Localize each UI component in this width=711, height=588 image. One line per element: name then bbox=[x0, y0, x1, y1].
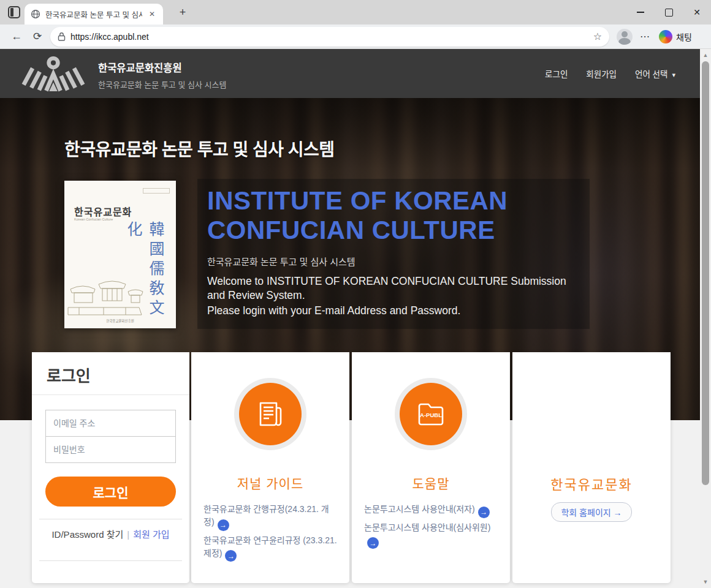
login-links-row: ID/Password 찾기|회원 가입 bbox=[32, 519, 189, 548]
cover-kr-title: 한국유교문화 bbox=[74, 204, 132, 219]
hero-text-panel: INSTITUTE OF KOREAN CONFUCIAN CULTURE 한국… bbox=[197, 179, 590, 329]
tab-close-icon[interactable] bbox=[147, 9, 157, 19]
nav-login[interactable]: 로그인 bbox=[545, 67, 568, 80]
svg-text:A-PUBL: A-PUBL bbox=[420, 412, 442, 418]
address-bar[interactable]: https://ikcc.apubl.net bbox=[50, 27, 609, 47]
page-viewport: 한국유교문화진흥원 한국유교문화 논문 투고 및 심사 시스템 로그인 회원가입… bbox=[0, 49, 711, 588]
help-card: A-PUBL 도움말 논문투고시스템 사용안내(저자) 논문투고시스템 사용안내… bbox=[352, 352, 510, 583]
help-icon: A-PUBL bbox=[400, 383, 462, 445]
login-form: 로그인 bbox=[32, 410, 189, 507]
cover-building-sketch bbox=[67, 271, 146, 318]
journal-guide-title: 저널 가이드 bbox=[191, 473, 349, 492]
close-button[interactable] bbox=[683, 0, 711, 24]
link-arrow-icon[interactable] bbox=[478, 507, 490, 518]
email-field[interactable] bbox=[45, 410, 176, 437]
hero-kr-subtitle: 한국유교문화 논문 투고 및 심사 시스템 bbox=[207, 255, 580, 268]
tab-actions-icon[interactable] bbox=[8, 6, 20, 18]
lock-icon bbox=[58, 32, 66, 41]
cover-issn-box bbox=[143, 188, 170, 194]
author-guide-link[interactable]: 논문투고시스템 사용안내(저자) bbox=[364, 503, 498, 518]
login-card: 로그인 로그인 ID/Password 찾기|회원 가입 bbox=[32, 352, 189, 583]
minimize-button[interactable] bbox=[626, 0, 655, 24]
help-title: 도움말 bbox=[352, 473, 510, 492]
cover-en-subtitle: Korean Confucian Culture bbox=[74, 217, 113, 221]
scrollbar-thumb[interactable] bbox=[702, 61, 709, 485]
browser-tab[interactable]: 한국유교문화 논문 투고 및 심사 시 bbox=[25, 4, 163, 24]
nav-language-select[interactable]: 언어 선택 bbox=[635, 67, 675, 80]
hero-title: 한국유교문화 논문 투고 및 심사 시스템 bbox=[64, 136, 335, 160]
globe-favicon-icon bbox=[31, 9, 40, 19]
journal-guide-links: 한국유교문화 간행규정(24.3.21. 개정) 한국유교문화 연구윤리규정 (… bbox=[203, 503, 337, 562]
newspaper-icon bbox=[253, 397, 287, 431]
profile-avatar[interactable] bbox=[617, 29, 633, 45]
brand-subtitle: 한국유교문화 논문 투고 및 심사 시스템 bbox=[98, 78, 226, 90]
page-scrollbar[interactable] bbox=[700, 49, 711, 588]
icon-ring bbox=[234, 378, 306, 450]
reviewer-guide-link[interactable]: 논문투고시스템 사용안내(심사위원) bbox=[364, 521, 498, 549]
tab-title: 한국유교문화 논문 투고 및 심사 시 bbox=[45, 9, 142, 20]
copilot-label: 채팅 bbox=[676, 31, 692, 43]
copilot-button[interactable]: 채팅 bbox=[659, 30, 692, 43]
nav-signup[interactable]: 회원가입 bbox=[586, 67, 617, 80]
browser-tabstrip: 한국유교문화 논문 투고 및 심사 시 bbox=[0, 0, 711, 24]
window-controls bbox=[626, 0, 711, 24]
journal-cover: 한국유교문화 Korean Confucian Culture 韓國儒敎文化 bbox=[64, 181, 176, 328]
maximize-button[interactable] bbox=[655, 0, 683, 24]
signup-link[interactable]: 회원 가입 bbox=[133, 529, 169, 540]
icon-ring: A-PUBL bbox=[395, 378, 467, 450]
copilot-icon bbox=[659, 30, 672, 43]
society-homepage-button[interactable]: 학회 홈페이지 bbox=[551, 502, 631, 522]
help-links: 논문투고시스템 사용안내(저자) 논문투고시스템 사용안내(심사위원) bbox=[364, 503, 498, 549]
cover-publisher: 한국유교문화진흥원 bbox=[64, 318, 176, 323]
browser-menu-icon[interactable] bbox=[640, 31, 650, 42]
browser-toolbar: https://ikcc.apubl.net 채팅 bbox=[0, 24, 711, 49]
reload-button[interactable] bbox=[29, 29, 45, 45]
society-title: 한국유교문화 bbox=[512, 473, 671, 493]
institute-logo-icon bbox=[17, 55, 89, 92]
publication-rules-link[interactable]: 한국유교문화 간행규정(24.3.21. 개정) bbox=[203, 503, 337, 531]
ethics-rules-link[interactable]: 한국유교문화 연구윤리규정 (23.3.21. 제정) bbox=[203, 534, 337, 562]
divider bbox=[39, 560, 182, 561]
password-field[interactable] bbox=[45, 436, 176, 463]
brand-title: 한국유교문화진흥원 bbox=[98, 60, 226, 75]
scroll-down-icon[interactable] bbox=[700, 577, 711, 587]
top-nav: 로그인 회원가입 언어 선택 bbox=[545, 67, 675, 80]
journal-guide-icon bbox=[239, 383, 302, 445]
hero-welcome-line1: Welcome to INSTITUTE OF KOREAN CONFUCIAN… bbox=[207, 274, 575, 303]
find-id-password-link[interactable]: ID/Password 찾기 bbox=[51, 529, 123, 540]
new-tab-button[interactable] bbox=[177, 6, 189, 18]
journal-guide-card: 저널 가이드 한국유교문화 간행규정(24.3.21. 개정) 한국유교문화 연… bbox=[191, 352, 349, 583]
link-arrow-icon[interactable] bbox=[367, 537, 379, 549]
site-header: 한국유교문화진흥원 한국유교문화 논문 투고 및 심사 시스템 로그인 회원가입… bbox=[0, 49, 700, 98]
back-button[interactable] bbox=[9, 29, 25, 45]
society-button-wrap: 학회 홈페이지 bbox=[512, 502, 671, 522]
divider bbox=[32, 394, 189, 395]
link-arrow-icon[interactable] bbox=[225, 550, 237, 562]
folder-icon: A-PUBL bbox=[413, 396, 449, 432]
favorite-star-icon[interactable] bbox=[593, 31, 602, 42]
society-card: 한국유교문화 학회 홈페이지 bbox=[512, 352, 671, 583]
hero-en-title: INSTITUTE OF KOREAN CONFUCIAN CULTURE bbox=[207, 186, 580, 245]
login-button[interactable]: 로그인 bbox=[45, 477, 176, 507]
separator: | bbox=[127, 529, 129, 540]
brand-block: 한국유교문화진흥원 한국유교문화 논문 투고 및 심사 시스템 bbox=[98, 60, 226, 90]
login-title: 로그인 bbox=[47, 363, 175, 386]
url-text: https://ikcc.apubl.net bbox=[70, 32, 588, 42]
scroll-up-icon[interactable] bbox=[700, 50, 711, 60]
hero-welcome-line2: Please login with your E-mail Address an… bbox=[207, 304, 575, 318]
link-arrow-icon[interactable] bbox=[218, 519, 229, 531]
